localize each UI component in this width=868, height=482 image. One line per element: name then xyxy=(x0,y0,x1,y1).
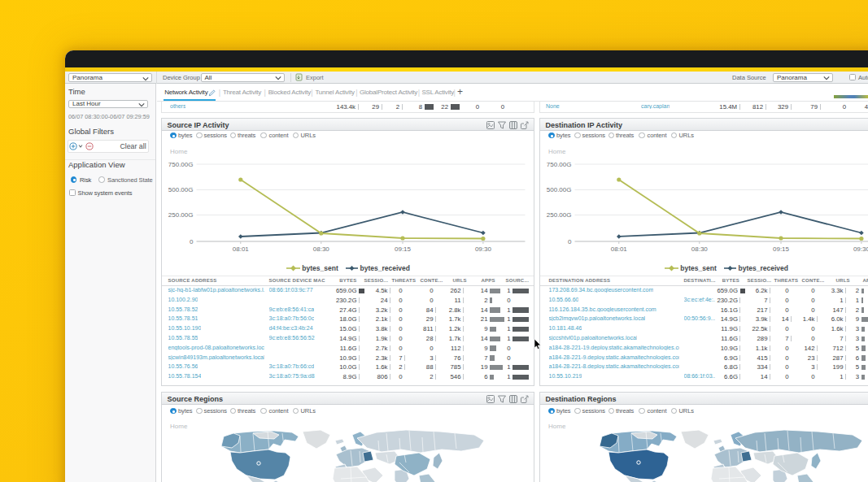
svg-text:09:15: 09:15 xyxy=(394,245,411,253)
svg-text:250.00G: 250.00G xyxy=(168,211,193,219)
svg-text:08:01: 08:01 xyxy=(610,245,627,253)
svg-text:750.00G: 750.00G xyxy=(546,160,571,167)
svg-text:250.00G: 250.00G xyxy=(546,211,571,219)
svg-text:500.00G: 500.00G xyxy=(168,186,193,193)
svg-text:500.00G: 500.00G xyxy=(546,186,571,193)
svg-text:08:01: 08:01 xyxy=(232,245,249,253)
svg-text:0: 0 xyxy=(190,237,194,245)
svg-text:08:30: 08:30 xyxy=(691,245,708,253)
svg-text:08:30: 08:30 xyxy=(312,245,329,253)
svg-text:09:30: 09:30 xyxy=(474,245,491,253)
svg-text:0: 0 xyxy=(568,237,572,245)
svg-text:09:15: 09:15 xyxy=(772,245,789,253)
svg-text:09:30: 09:30 xyxy=(853,245,868,253)
svg-text:750.00G: 750.00G xyxy=(168,160,193,167)
